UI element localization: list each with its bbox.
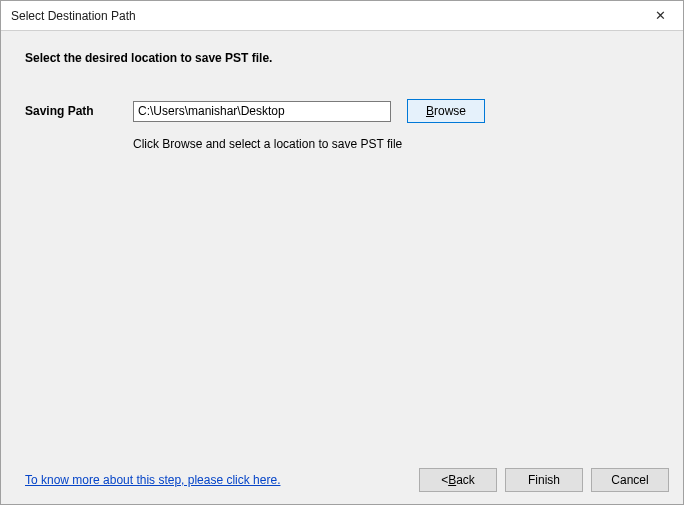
browse-rest: rowse [434,104,466,118]
instruction-heading: Select the desired location to save PST … [25,51,659,65]
close-icon[interactable]: ✕ [638,1,683,30]
back-mnemonic: B [448,473,456,487]
saving-path-input[interactable] [133,101,391,122]
browse-mnemonic: B [426,104,434,118]
help-link[interactable]: To know more about this step, please cli… [25,473,280,487]
back-prefix: < [441,473,448,487]
footer: To know more about this step, please cli… [1,456,683,504]
finish-button[interactable]: Finish [505,468,583,492]
saving-path-hint: Click Browse and select a location to sa… [133,137,659,151]
browse-button[interactable]: Browse [407,99,485,123]
cancel-button[interactable]: Cancel [591,468,669,492]
saving-path-label: Saving Path [25,104,133,118]
dialog-window: Select Destination Path ✕ Select the des… [0,0,684,505]
titlebar: Select Destination Path ✕ [1,1,683,31]
back-rest: ack [456,473,475,487]
saving-path-row: Saving Path Browse [25,99,659,123]
back-button[interactable]: < Back [419,468,497,492]
window-title: Select Destination Path [11,9,638,23]
content-area: Select the desired location to save PST … [1,31,683,456]
